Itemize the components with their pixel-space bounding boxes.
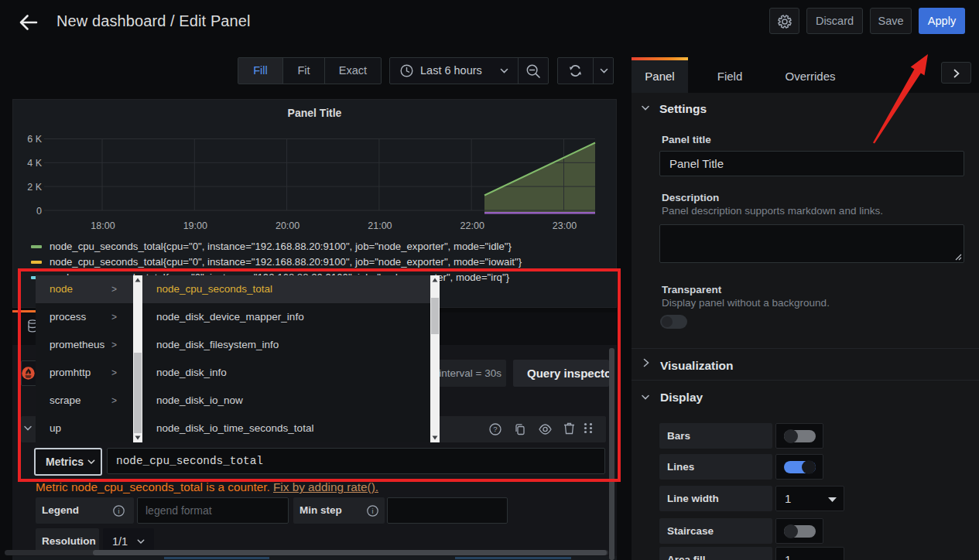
svg-text:4 K: 4 K bbox=[27, 158, 42, 169]
svg-text:i: i bbox=[118, 507, 120, 515]
svg-text:0: 0 bbox=[36, 206, 42, 217]
svg-text:2 K: 2 K bbox=[27, 182, 42, 193]
svg-text:6 K: 6 K bbox=[27, 134, 42, 145]
svg-text:21:00: 21:00 bbox=[368, 220, 392, 231]
svg-text:19:00: 19:00 bbox=[183, 220, 207, 231]
svg-text:18:00: 18:00 bbox=[91, 220, 115, 231]
svg-text:22:00: 22:00 bbox=[460, 220, 484, 231]
svg-text:20:00: 20:00 bbox=[276, 220, 300, 231]
svg-text:i: i bbox=[372, 507, 374, 515]
svg-text:23:00: 23:00 bbox=[553, 220, 577, 231]
